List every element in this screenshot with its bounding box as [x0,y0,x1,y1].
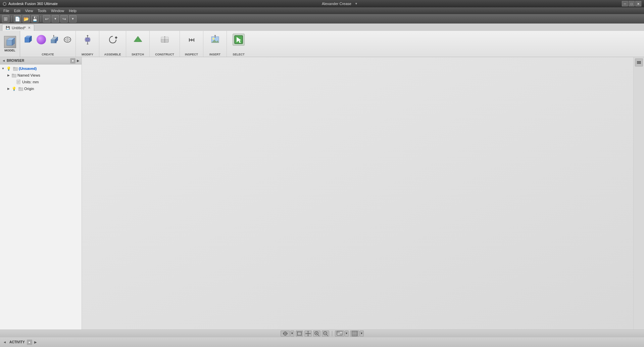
bottom-toolbar: ▼ [0,330,644,337]
svg-rect-76 [340,334,342,335]
save-file-button[interactable]: 💾 [31,15,39,23]
create-extrude-button[interactable] [48,34,60,46]
redo-button[interactable]: ↪ [60,15,68,23]
construct-label: CONSTRUCT [155,53,174,56]
menu-file[interactable]: File [1,8,11,13]
tab-save-icon: 💾 [6,26,10,30]
tree-item-named-views[interactable]: ▶ Named Views [0,72,82,79]
activity-expand-button[interactable]: ▶ [34,340,37,344]
svg-marker-19 [115,36,117,39]
svg-line-60 [301,335,302,336]
tree-arrow-origin[interactable]: ▶ [6,86,11,91]
orbit-dropdown[interactable]: ▼ [290,331,294,337]
quick-access-toolbar: ⊞ 📄 📂 💾 ↩ ▼ ↪ ▼ [0,14,644,24]
browser-panel: ◄ BROWSER ● ▶ ▼ 💡 (Unsaved) [0,57,82,330]
pan-button[interactable] [304,331,312,337]
redo-dropdown[interactable]: ▼ [69,15,77,23]
menu-tools[interactable]: Tools [36,8,48,13]
svg-rect-40 [17,80,20,84]
undo-button[interactable]: ↩ [43,15,50,23]
user-name[interactable]: Alexander Crease [322,2,351,6]
svg-rect-26 [189,38,190,42]
user-dropdown-icon[interactable]: ▼ [355,2,358,5]
svg-rect-27 [191,39,192,41]
grid-button[interactable] [350,331,359,337]
svg-rect-75 [337,334,340,335]
svg-point-30 [212,38,214,40]
inspect-measure-button[interactable] [186,34,198,46]
minimize-button[interactable]: ─ [622,1,628,6]
undo-dropdown[interactable]: ▼ [52,15,59,23]
close-button[interactable]: ✕ [635,1,641,6]
svg-rect-28 [194,38,194,42]
tree-icon-folder-root [13,66,18,71]
menu-edit[interactable]: Edit [12,8,22,13]
viewport[interactable] [82,57,633,330]
assemble-new-component-button[interactable] [107,34,119,46]
tree-arrow-root[interactable]: ▼ [1,66,5,71]
new-file-button[interactable]: 📄 [14,15,21,23]
tree-label-named-views: Named Views [17,73,40,77]
browser-header-left: ◄ BROWSER [2,59,24,62]
qa-separator-2 [41,16,41,22]
open-file-button[interactable]: 📂 [22,15,30,23]
doc-tab-untitled[interactable]: 💾 Untitled* ✕ [2,24,34,31]
browser-collapse-button[interactable]: ◄ [2,59,5,62]
create-icons [22,32,73,52]
tab-row: 💾 Untitled* ✕ [0,24,644,31]
tree-item-origin[interactable]: ▶ 💡 Origin [0,85,82,92]
maximize-button[interactable]: □ [629,1,635,6]
grid-icon[interactable]: ⊞ [2,15,9,23]
home-button[interactable] [296,331,303,337]
activity-collapse-button[interactable]: ◄ [2,340,7,345]
create-sphere-button[interactable] [35,34,47,46]
svg-marker-54 [287,333,288,334]
display-dropdown[interactable]: ▼ [345,331,349,337]
browser-expand-button[interactable]: ▶ [77,59,80,62]
tree-icon-file-units [16,79,21,85]
model-tab[interactable]: MODEL [0,31,20,57]
grid-dropdown[interactable]: ▼ [360,331,364,337]
svg-rect-0 [7,40,12,45]
ribbon-section-sketch: SKETCH [126,31,150,57]
svg-marker-18 [87,43,89,44]
svg-line-71 [327,335,328,336]
sketch-create-button[interactable] [132,34,144,46]
create-form-button[interactable] [61,34,73,46]
browser-header: ◄ BROWSER ● ▶ [0,57,82,64]
ribbon-section-create: CREATE [20,31,76,57]
select-icons [233,32,245,52]
insert-image-button[interactable] [209,34,221,46]
tree-arrow-named-views[interactable]: ▶ [6,73,11,78]
create-box-button[interactable] [22,34,34,46]
display-group: ▼ [335,331,349,337]
ribbon-section-select: SELECT [227,31,250,57]
menu-view[interactable]: View [23,8,35,13]
modify-press-pull-button[interactable] [82,34,94,46]
ribbon-section-construct: CONSTRUCT [150,31,180,57]
construct-offset-plane-button[interactable] [159,34,171,46]
menu-window[interactable]: Window [49,8,66,13]
title-bar-left: ⬡ Autodesk Fusion 360 Ultimate [3,1,58,6]
activity-settings-button[interactable]: ● [27,340,32,345]
orbit-button[interactable] [281,331,290,337]
ribbon-section-assemble: ASSEMBLE [99,31,126,57]
display-mode-button[interactable] [335,331,344,337]
tree-item-root[interactable]: ▼ 💡 (Unsaved) [0,65,82,72]
tab-close-button[interactable]: ✕ [28,26,31,30]
create-label: CREATE [42,53,54,56]
zoom-in-button[interactable] [313,331,320,337]
zoom-out-button[interactable] [322,331,329,337]
select-button[interactable] [233,34,245,46]
right-panel-settings-button[interactable] [635,58,643,67]
right-panel [633,57,644,330]
svg-line-68 [318,335,319,336]
tree-icon-bulb-origin: 💡 [11,86,17,91]
titlebar-controls: ─ □ ✕ [622,1,641,6]
browser-settings-button[interactable]: ● [70,58,76,63]
assemble-icons [107,32,119,52]
browser-title: BROWSER [7,59,24,62]
menu-help[interactable]: Help [67,8,79,13]
tree-item-units[interactable]: ▶ Units: mm [0,79,82,85]
assemble-label: ASSEMBLE [104,53,121,56]
